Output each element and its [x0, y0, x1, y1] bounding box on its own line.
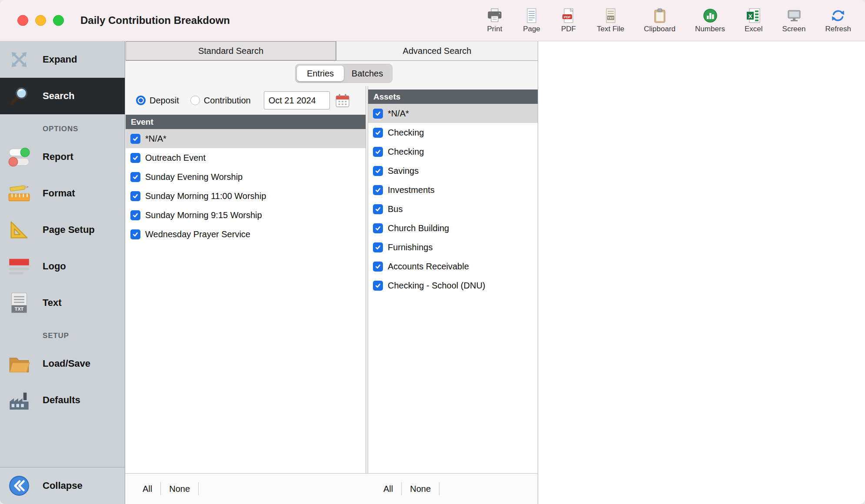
tab-advanced-search[interactable]: Advanced Search [336, 41, 538, 60]
numbers-button[interactable]: Numbers [695, 8, 725, 33]
row-label: Furnishings [388, 242, 432, 252]
event-list-item[interactable]: Sunday Morning 9:15 Worship [126, 206, 366, 225]
list-buttons-strip: All None All None [126, 473, 538, 504]
row-label: Checking [388, 128, 424, 138]
factory-icon [7, 389, 31, 411]
segment-entries[interactable]: Entries [297, 66, 344, 81]
text-file-button[interactable]: TXT Text File [597, 8, 624, 33]
assets-all-button[interactable]: All [377, 481, 399, 497]
row-checkbox-checked-icon[interactable] [373, 242, 383, 252]
row-label: Sunday Evening Worship [145, 172, 243, 182]
event-all-button[interactable]: All [136, 481, 159, 497]
event-buttons-group: All None [126, 481, 368, 497]
date-input[interactable] [264, 91, 330, 109]
row-label: Checking [388, 147, 424, 157]
assets-list-item[interactable]: Checking [368, 123, 538, 142]
assets-list-item[interactable]: Furnishings [368, 238, 538, 257]
event-list-item[interactable]: Wednesday Prayer Service [126, 225, 366, 244]
toolbar-item-label: Refresh [825, 25, 851, 33]
sidebar-item-label: Text [43, 297, 62, 308]
event-none-button[interactable]: None [163, 481, 196, 497]
toolbar-item-label: Clipboard [644, 25, 675, 33]
screen-icon [785, 8, 803, 23]
assets-list-item[interactable]: Accounts Receivable [368, 257, 538, 276]
row-checkbox-checked-icon[interactable] [373, 166, 383, 176]
entries-batches-strip: Entries Batches [126, 61, 538, 86]
sidebar-item-search[interactable]: Search [0, 78, 125, 114]
row-checkbox-checked-icon[interactable] [373, 281, 383, 291]
assets-panel-header: Assets [368, 90, 538, 104]
folder-icon [7, 352, 31, 375]
assets-list-item[interactable]: Checking [368, 142, 538, 161]
row-label: Savings [388, 166, 419, 176]
assets-list-item[interactable]: Investments [368, 180, 538, 199]
page-button[interactable]: Page [523, 8, 540, 33]
assets-list-item[interactable]: Bus [368, 199, 538, 219]
close-window-button[interactable] [17, 15, 28, 26]
row-checkbox-checked-icon[interactable] [130, 210, 140, 220]
window-titlebar: Daily Contribution Breakdown Print [0, 0, 865, 41]
text-file-icon: TXT [602, 8, 619, 23]
assets-list-item[interactable]: Checking - School (DNU) [368, 276, 538, 295]
row-checkbox-checked-icon[interactable] [130, 134, 140, 144]
sidebar-item-text[interactable]: TXT Text [0, 285, 125, 321]
print-button[interactable]: Print [486, 8, 503, 33]
deposit-radio-label[interactable]: Deposit [150, 96, 179, 106]
event-list-item[interactable]: Outreach Event [126, 148, 366, 167]
calendar-icon[interactable] [335, 93, 350, 108]
clipboard-icon [651, 8, 669, 23]
row-checkbox-checked-icon[interactable] [373, 185, 383, 195]
zoom-window-button[interactable] [53, 15, 64, 26]
tab-standard-search[interactable]: Standard Search [126, 41, 336, 60]
assets-list-item[interactable]: Savings [368, 161, 538, 180]
event-list-item[interactable]: *N/A* [126, 129, 366, 148]
row-checkbox-checked-icon[interactable] [373, 262, 383, 272]
sidebar-item-logo[interactable]: Logo [0, 248, 125, 285]
deposit-radio[interactable] [136, 96, 146, 105]
traffic-lights [17, 15, 64, 26]
contribution-radio-label[interactable]: Contribution [204, 96, 251, 106]
sidebar-item-load-save[interactable]: Load/Save [0, 345, 125, 382]
toolbar-item-label: Excel [745, 25, 763, 33]
sidebar-item-label: Collapse [43, 480, 83, 491]
row-label: Accounts Receivable [388, 262, 469, 272]
contribution-radio[interactable] [190, 96, 200, 105]
row-label: Bus [388, 204, 403, 214]
toolbar-item-label: Text File [597, 25, 624, 33]
row-checkbox-checked-icon[interactable] [373, 109, 383, 119]
magnifier-icon [7, 85, 31, 107]
row-checkbox-checked-icon[interactable] [373, 204, 383, 214]
assets-buttons-group: All None [368, 481, 538, 497]
row-checkbox-checked-icon[interactable] [373, 147, 383, 157]
event-list-item[interactable]: Sunday Evening Worship [126, 167, 366, 186]
sidebar-item-label: Load/Save [43, 358, 90, 369]
row-checkbox-checked-icon[interactable] [373, 223, 383, 233]
report-preview-area [538, 41, 865, 504]
event-list-item[interactable]: Sunday Morning 11:00 Worship [126, 186, 366, 206]
row-checkbox-checked-icon[interactable] [130, 153, 140, 163]
sidebar-item-defaults[interactable]: Defaults [0, 382, 125, 418]
clipboard-button[interactable]: Clipboard [644, 8, 675, 33]
assets-list-item[interactable]: *N/A* [368, 104, 538, 123]
refresh-button[interactable]: Refresh [825, 8, 851, 33]
segment-batches[interactable]: Batches [344, 66, 391, 81]
row-checkbox-checked-icon[interactable] [130, 229, 140, 239]
sidebar-item-collapse[interactable]: Collapse [0, 467, 125, 504]
sidebar-item-page-setup[interactable]: Page Setup [0, 212, 125, 248]
toolbar-item-label: Screen [782, 25, 806, 33]
pdf-button[interactable]: PDF PDF [560, 8, 577, 33]
sidebar-setup-header: SETUP [43, 327, 125, 345]
row-checkbox-checked-icon[interactable] [373, 128, 383, 138]
sidebar-item-format[interactable]: Format [0, 175, 125, 212]
screen-button[interactable]: Screen [782, 8, 806, 33]
minimize-window-button[interactable] [35, 15, 46, 26]
row-checkbox-checked-icon[interactable] [130, 172, 140, 182]
sidebar-item-label: Format [43, 188, 75, 199]
sidebar-item-report[interactable]: Report [0, 139, 125, 175]
sidebar-item-expand[interactable]: Expand [0, 41, 125, 78]
assets-none-button[interactable]: None [403, 481, 437, 497]
pdf-icon: PDF [560, 8, 577, 23]
assets-list-item[interactable]: Church Building [368, 219, 538, 238]
row-checkbox-checked-icon[interactable] [130, 191, 140, 201]
excel-button[interactable]: X Excel [745, 8, 763, 33]
